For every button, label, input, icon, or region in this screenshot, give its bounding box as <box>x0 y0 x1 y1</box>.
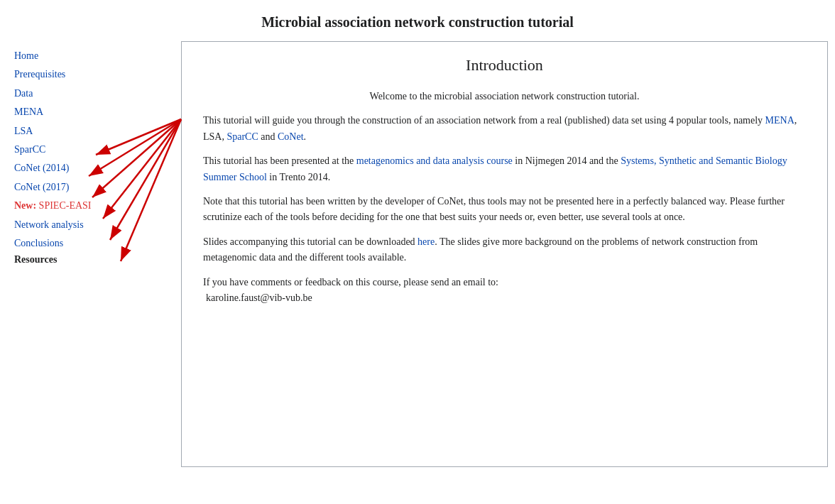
metagenomics-course-link[interactable]: metagenomics and data analysis course <box>356 155 513 166</box>
content-paragraph-5: If you have comments or feedback on this… <box>203 275 806 307</box>
sidebar-nav: Home Prerequisites Data MENA LSA SparCC … <box>14 48 174 265</box>
content-title: Introduction <box>203 56 806 75</box>
sidebar-item-sparcc[interactable]: SparCC <box>14 142 174 158</box>
sidebar-item-conclusions[interactable]: Conclusions <box>14 236 174 251</box>
sidebar-item-network-analysis[interactable]: Network analysis <box>14 217 174 233</box>
sidebar-item-data[interactable]: Data <box>14 86 174 102</box>
slides-link[interactable]: here <box>418 236 435 247</box>
sidebar-item-lsa[interactable]: LSA <box>14 124 174 139</box>
content-paragraph-2: This tutorial has been presented at the … <box>203 153 806 185</box>
sidebar-item-mena[interactable]: MENA <box>14 104 174 120</box>
email-address: karoline.faust@vib-vub.be <box>203 292 312 303</box>
conet-link[interactable]: CoNet <box>278 131 304 142</box>
content-paragraph-3: Note that this tutorial has been written… <box>203 194 806 226</box>
sidebar-item-home[interactable]: Home <box>14 48 174 64</box>
sidebar-item-conet2014[interactable]: CoNet (2014) <box>14 160 174 176</box>
content-area: Introduction Welcome to the microbial as… <box>181 41 828 467</box>
sidebar-item-prerequisites[interactable]: Prerequisites <box>14 67 174 82</box>
sparcc-link[interactable]: SparCC <box>227 131 258 142</box>
page-title: Microbial association network constructi… <box>0 0 835 41</box>
sidebar-item-conet2017[interactable]: CoNet (2017) <box>14 180 174 195</box>
content-paragraph-1: This tutorial will guide you through the… <box>203 113 806 145</box>
mena-link[interactable]: MENA <box>765 115 795 126</box>
content-subtitle-para: Welcome to the microbial association net… <box>203 89 806 104</box>
sidebar-item-resources[interactable]: Resources <box>14 254 174 265</box>
sidebar: Home Prerequisites Data MENA LSA SparCC … <box>7 41 181 481</box>
sidebar-item-spiec-easi[interactable]: New: SPIEC-EASI <box>14 198 174 214</box>
content-paragraph-4: Slides accompanying this tutorial can be… <box>203 234 806 266</box>
